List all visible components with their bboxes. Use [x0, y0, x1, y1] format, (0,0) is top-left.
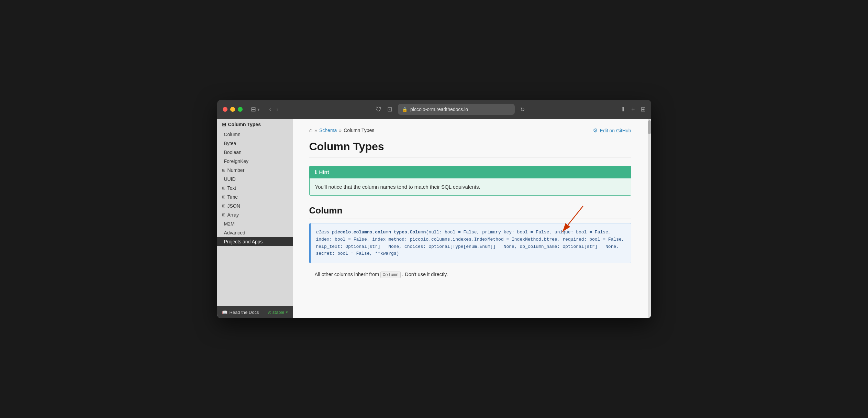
sidebar-item-boolean[interactable]: Boolean — [217, 148, 293, 157]
forward-button[interactable]: › — [275, 106, 280, 113]
book-icon: 📖 — [222, 310, 227, 315]
toolbar-right: ⬆ + ⊞ — [621, 106, 646, 113]
expand-icon-json: ⊞ — [222, 204, 225, 208]
breadcrumb: ⌂ » Schema » Column Types — [309, 127, 631, 133]
breadcrumb-schema[interactable]: Schema — [319, 128, 337, 133]
minimize-button[interactable] — [230, 107, 235, 112]
url-text: piccolo-orm.readthedocs.io — [410, 107, 468, 112]
hint-title: Hint — [319, 169, 329, 175]
sidebar-title: Column Types — [228, 122, 261, 127]
inherit-code: Column — [380, 272, 401, 278]
expand-icon-array: ⊞ — [222, 212, 225, 217]
breadcrumb-current: Column Types — [344, 128, 374, 133]
sidebar-item-time[interactable]: ⊞ Time — [217, 192, 293, 201]
content-area: ⌂ » Schema » Column Types ⚙ Edit on GitH… — [293, 119, 648, 318]
code-class-keyword: class — [316, 230, 330, 235]
version-dropdown-arrow: ▾ — [286, 310, 288, 315]
grid-icon[interactable]: ⊞ — [641, 106, 646, 113]
hint-box: ℹ Hint You'll notice that the column nam… — [309, 166, 631, 196]
nav-arrows: ‹ › — [268, 106, 280, 113]
breadcrumb-home[interactable]: ⌂ — [309, 127, 313, 133]
main-area: ⊟ Column Types Column Bytea Boolean Fore… — [217, 119, 651, 318]
sidebar-item-m2m[interactable]: M2M — [217, 219, 293, 228]
breadcrumb-sep2: » — [339, 128, 342, 133]
title-bar: ⊟ ▾ ‹ › 🛡 ⊡ 🔒 piccolo-orm.readthedocs.io… — [217, 100, 651, 119]
sidebar-item-number[interactable]: ⊞ Number — [217, 166, 293, 175]
collapse-icon: ⊟ — [222, 122, 226, 127]
hint-header: ℹ Hint — [309, 166, 631, 178]
sidebar: ⊟ Column Types Column Bytea Boolean Fore… — [217, 119, 293, 306]
sidebar-toggle-chevron: ▾ — [257, 107, 260, 112]
breadcrumb-sep1: » — [314, 128, 317, 133]
lock-icon: 🔒 — [402, 107, 408, 112]
sidebar-item-array[interactable]: ⊞ Array — [217, 210, 293, 219]
inherit-prefix: All other columns inherit from — [315, 272, 379, 277]
inherit-text-block: All other columns inherit from Column . … — [309, 269, 631, 280]
hint-text: You'll notice that the column names tend… — [315, 184, 480, 190]
inherit-suffix: . Don't use it directly. — [402, 272, 448, 277]
sidebar-item-bytea[interactable]: Bytea — [217, 139, 293, 148]
sidebar-item-json[interactable]: ⊞ JSON — [217, 201, 293, 210]
version-selector[interactable]: v: stable ▾ — [268, 310, 288, 315]
sidebar-toggle-button[interactable]: ⊟ ▾ — [251, 106, 260, 113]
code-block-container: class piccolo.columns.column_types.Colum… — [309, 223, 631, 263]
sidebar-item-projects[interactable]: Projects and Apps — [217, 237, 293, 246]
code-block: class piccolo.columns.column_types.Colum… — [309, 223, 631, 263]
sidebar-item-column[interactable]: Column — [217, 130, 293, 139]
edit-github-label: Edit on GitHub — [600, 128, 631, 133]
sidebar-header: ⊟ Column Types — [217, 119, 293, 130]
expand-icon-text: ⊞ — [222, 186, 225, 190]
github-icon: ⚙ — [593, 127, 598, 134]
sidebar-item-advanced[interactable]: Advanced — [217, 228, 293, 237]
address-bar-area: 🛡 ⊡ 🔒 piccolo-orm.readthedocs.io ↻ — [284, 104, 616, 115]
close-button[interactable] — [223, 107, 227, 112]
page-title: Column Types — [309, 140, 631, 157]
column-section-title: Column — [309, 205, 631, 219]
reload-button[interactable]: ↻ — [520, 106, 525, 113]
back-button[interactable]: ‹ — [268, 106, 272, 113]
shield-icon: 🛡 — [376, 106, 382, 113]
rtd-text: Read the Docs — [230, 310, 259, 315]
sidebar-toggle-icon: ⊟ — [251, 106, 256, 113]
sidebar-item-foreignkey[interactable]: ForeignKey — [217, 157, 293, 166]
address-bar[interactable]: 🔒 piccolo-orm.readthedocs.io — [398, 104, 515, 115]
version-text: v: stable — [268, 310, 284, 315]
share-icon[interactable]: ⬆ — [621, 106, 626, 113]
sidebar-item-uuid[interactable]: UUID — [217, 175, 293, 184]
code-classname: piccolo.columns.column_types.Column — [332, 230, 426, 235]
hint-body: You'll notice that the column names tend… — [309, 178, 631, 196]
traffic-lights — [223, 107, 243, 112]
scrollbar[interactable] — [648, 119, 651, 318]
browser-window: ⊟ ▾ ‹ › 🛡 ⊡ 🔒 piccolo-orm.readthedocs.io… — [217, 100, 651, 318]
edit-on-github-button[interactable]: ⚙ Edit on GitHub — [593, 127, 631, 134]
expand-icon: ⊞ — [222, 168, 225, 173]
maximize-button[interactable] — [238, 107, 243, 112]
tab-icon: ⊡ — [387, 106, 392, 113]
new-tab-button[interactable]: + — [631, 106, 635, 113]
scrollbar-thumb[interactable] — [648, 120, 651, 134]
hint-info-icon: ℹ — [315, 169, 316, 175]
expand-icon-time: ⊞ — [222, 195, 225, 199]
sidebar-wrapper: ⊟ Column Types Column Bytea Boolean Fore… — [217, 119, 293, 318]
sidebar-item-text[interactable]: ⊞ Text — [217, 184, 293, 192]
rtd-label: 📖 Read the Docs — [222, 310, 259, 315]
sidebar-footer: 📖 Read the Docs v: stable ▾ — [217, 306, 293, 318]
